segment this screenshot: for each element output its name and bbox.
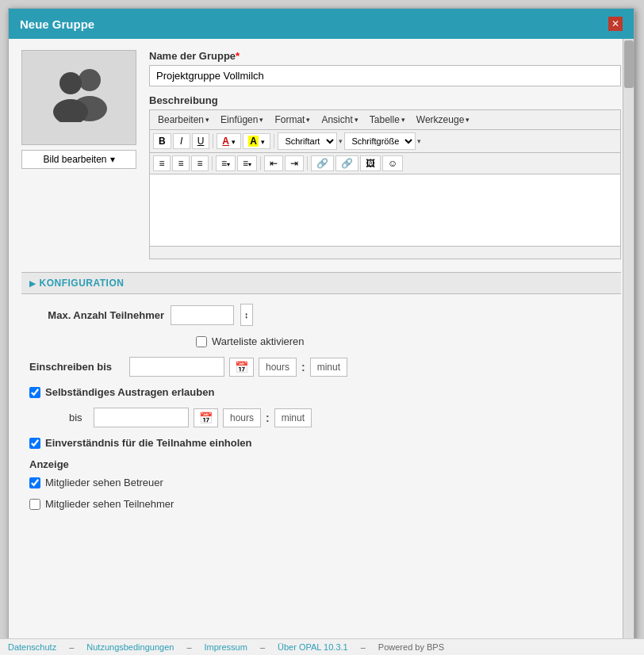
editor-toolbar-2: ≡ ≡ ≡ ≡▾ ≡▾ ⇤ ⇥ 🔗 — [150, 153, 620, 174]
menu-ansicht[interactable]: Ansicht ▾ — [316, 113, 362, 127]
bg-color-button[interactable]: A ▾ — [243, 133, 270, 149]
avatar-image — [21, 50, 136, 145]
neue-gruppe-dialog: Neue Gruppe ✕ — [8, 8, 634, 650]
consent-label: Einverständnis für die Teilnahme einhole… — [45, 437, 252, 449]
editor-menubar: Bearbeiten ▾ Einfügen ▾ Format ▾ Ansic — [150, 110, 620, 130]
waitlist-row: Warteliste aktivieren — [196, 335, 621, 347]
separator-2 — [274, 134, 274, 148]
waitlist-label: Warteliste aktivieren — [212, 335, 305, 347]
nutzungsbedingungen-link[interactable]: Nutzungsbedingungen — [86, 642, 174, 652]
version-link[interactable]: Über OPAL 10.3.1 — [278, 642, 348, 652]
menu-format[interactable]: Format ▾ — [270, 113, 315, 127]
enroll-until-date-input[interactable] — [129, 357, 224, 377]
separator-bottom-4: – — [361, 642, 366, 652]
impressum-link[interactable]: Impressum — [205, 642, 247, 652]
config-section: ▶ KONFIGURATION Max. Anzahl Teilnehmer ↕… — [21, 272, 621, 510]
enroll-hours-button[interactable]: hours — [259, 358, 297, 377]
name-field-label: Name der Gruppe* — [149, 50, 621, 62]
max-participants-input[interactable] — [171, 305, 234, 325]
avatar-box: Bild bearbeiten ▾ — [21, 50, 136, 259]
align-center-button[interactable]: ≡ — [172, 155, 190, 171]
until-row: bis 📅 hours : minut — [69, 408, 621, 427]
waitlist-checkbox[interactable] — [196, 336, 207, 347]
menu-werkzeuge[interactable]: Werkzeuge ▾ — [412, 113, 474, 127]
separator-1 — [213, 134, 213, 148]
bold-button[interactable]: B — [153, 133, 171, 149]
separator-bottom-1: – — [69, 642, 74, 652]
fontsize-select-arrow: ▾ — [417, 137, 421, 145]
menu-bearbeiten[interactable]: Bearbeiten ▾ — [153, 113, 214, 127]
font-select-arrow: ▾ — [339, 137, 343, 145]
dropdown-arrow: ▾ — [110, 154, 115, 165]
max-participants-label: Max. Anzahl Teilnehmer — [21, 309, 164, 321]
consent-checkbox[interactable] — [29, 438, 40, 449]
form-section: Name der Gruppe* Beschreibung Bearbeiten… — [149, 50, 621, 259]
datenschutz-link[interactable]: Datenschutz — [8, 642, 56, 652]
enroll-until-label: Einschreiben bis — [29, 361, 125, 373]
members-see-supervisor-checkbox[interactable] — [29, 477, 40, 488]
separator-4 — [260, 156, 261, 170]
underline-button[interactable]: U — [192, 133, 210, 149]
separator-5 — [307, 156, 308, 170]
max-participants-row: Max. Anzahl Teilnehmer ↕ — [21, 304, 621, 326]
time-colon-2: : — [266, 412, 270, 424]
indent-right-button[interactable]: ⇥ — [285, 155, 304, 171]
separator-3 — [212, 156, 213, 170]
powered-by: Powered by BPS — [378, 642, 444, 652]
consent-row: Einverständnis für die Teilnahme einhole… — [29, 437, 621, 449]
align-right-button[interactable]: ≡ — [191, 155, 209, 171]
dialog-title: Neue Gruppe — [20, 17, 94, 31]
font-color-button[interactable]: A ▾ — [217, 133, 241, 149]
close-button[interactable]: ✕ — [608, 17, 623, 31]
scrollbar-thumb[interactable] — [624, 40, 634, 88]
members-see-participants-label: Mitglieder sehen Teilnehmer — [45, 498, 174, 510]
remove-link-button[interactable]: 🔗 — [335, 155, 358, 171]
enroll-minutes-button[interactable]: minut — [310, 358, 347, 377]
insert-image-button[interactable]: 🖼 — [360, 155, 381, 171]
until-minutes-button[interactable]: minut — [274, 408, 312, 427]
self-unenroll-checkbox[interactable] — [29, 387, 40, 398]
dialog-body: Bild bearbeiten ▾ Name der Gruppe* Besch… — [9, 39, 634, 649]
enroll-until-calendar-button[interactable]: 📅 — [229, 358, 254, 377]
editor-content-area[interactable] — [150, 174, 620, 246]
align-left-button[interactable]: ≡ — [153, 155, 171, 171]
max-participants-spinner[interactable]: ↕ — [240, 304, 253, 326]
members-see-supervisor-label: Mitglieder sehen Betreuer — [45, 477, 163, 488]
group-name-input[interactable] — [149, 65, 621, 86]
menu-tabelle[interactable]: Tabelle ▾ — [365, 113, 410, 127]
dialog-header: Neue Gruppe ✕ — [9, 9, 634, 39]
config-arrow-icon: ▶ — [29, 279, 36, 288]
edit-image-button[interactable]: Bild bearbeiten ▾ — [21, 150, 136, 169]
italic-button[interactable]: I — [173, 133, 190, 149]
group-icon — [44, 63, 115, 133]
separator-bottom-3: – — [260, 642, 265, 652]
ordered-list-button[interactable]: ≡▾ — [237, 155, 257, 171]
editor-toolbar-1: B I U A ▾ A ▾ S — [150, 130, 620, 153]
svg-point-0 — [79, 69, 101, 91]
until-calendar-button[interactable]: 📅 — [194, 408, 218, 427]
self-unenroll-label: Selbständiges Austragen erlauben — [45, 386, 214, 398]
description-label: Beschreibung — [149, 94, 621, 106]
until-date-input[interactable] — [94, 408, 189, 427]
members-see-supervisor-row: Mitglieder sehen Betreuer — [29, 477, 621, 488]
insert-emoji-button[interactable]: ☺ — [382, 155, 403, 171]
svg-point-2 — [59, 72, 82, 94]
until-label: bis — [69, 412, 89, 423]
font-family-select[interactable]: Schriftart — [278, 132, 337, 150]
scrollbar[interactable] — [623, 39, 634, 655]
self-unenroll-row: Selbständiges Austragen erlauben — [29, 386, 621, 398]
indent-left-button[interactable]: ⇤ — [264, 155, 283, 171]
config-header: ▶ KONFIGURATION — [21, 272, 621, 294]
menu-einfuegen[interactable]: Einfügen ▾ — [216, 113, 268, 127]
insert-link-button[interactable]: 🔗 — [311, 155, 334, 171]
members-see-participants-checkbox[interactable] — [29, 499, 40, 510]
font-size-select[interactable]: Schriftgröße — [344, 132, 416, 150]
unordered-list-button[interactable]: ≡▾ — [216, 155, 236, 171]
edit-image-label: Bild bearbeiten — [43, 154, 106, 165]
until-hours-button[interactable]: hours — [223, 408, 261, 427]
enroll-until-row: Einschreiben bis 📅 hours : minut — [29, 357, 621, 377]
time-colon-1: : — [301, 361, 305, 373]
config-title: KONFIGURATION — [40, 278, 125, 289]
separator-bottom-2: – — [186, 642, 191, 652]
members-see-participants-row: Mitglieder sehen Teilnehmer — [29, 498, 621, 510]
